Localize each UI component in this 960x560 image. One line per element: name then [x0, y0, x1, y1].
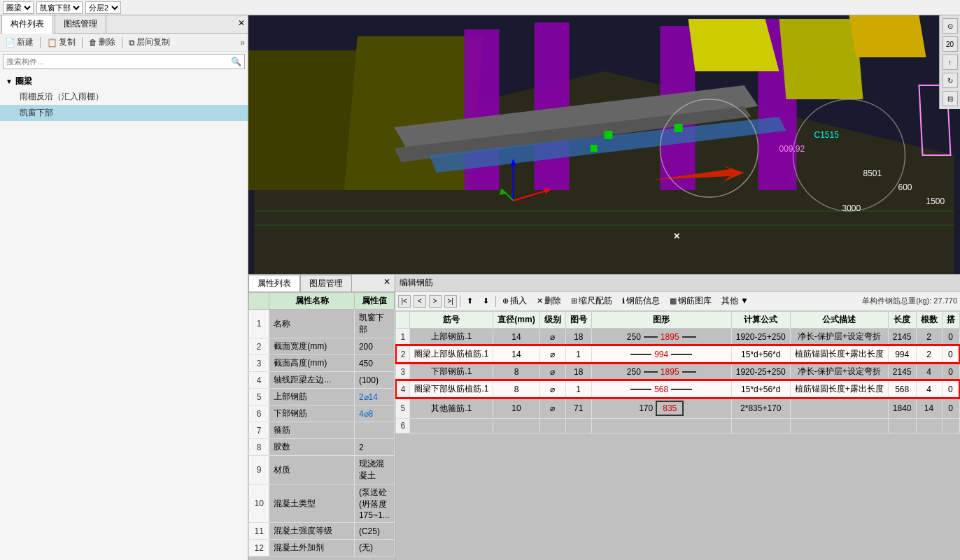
delete-icon: 🗑: [89, 38, 97, 48]
new-button[interactable]: 📄 新建: [3, 36, 36, 49]
tree-item-rain-canopy[interactable]: 雨棚反沿（汇入雨棚）: [0, 89, 248, 105]
svg-text:C1515: C1515: [814, 130, 840, 140]
nav-next-button[interactable]: >: [429, 295, 442, 308]
library-button[interactable]: ▦ 钢筋图库: [666, 293, 715, 309]
rebar-row-bar-no: 圈梁下部纵筋植筋.1: [410, 380, 493, 398]
scale-button[interactable]: ⊞ 缩尺配筋: [567, 293, 616, 309]
type-dropdown[interactable]: 圈梁: [3, 1, 34, 14]
props-row-value[interactable]: (100): [354, 372, 394, 389]
other-button[interactable]: 其他 ▼: [718, 293, 752, 309]
rebar-row-num: 5: [396, 398, 410, 419]
rebar-row-formula: 2*835+170: [731, 398, 790, 419]
svg-marker-9: [779, 19, 863, 99]
props-row: 8 胶数 2: [249, 439, 395, 456]
delete-button[interactable]: 🗑 删除: [87, 36, 118, 49]
props-row-value[interactable]: (C25): [354, 523, 394, 540]
viewport-tool-1[interactable]: ⊙: [943, 18, 958, 34]
left-panel: 构件列表 图纸管理 ✕ 📄 新建 📋 复制 🗑 删除 ⧉ 层间复制: [0, 15, 248, 560]
props-row-value[interactable]: 450: [354, 355, 394, 372]
info-button[interactable]: ℹ 钢筋信息: [619, 293, 663, 309]
svg-rect-5: [535, 22, 570, 190]
rebar-row-formula: 1920-25+250: [731, 329, 790, 346]
element-dropdown[interactable]: 凯窗下部: [36, 1, 83, 14]
download-button[interactable]: ⬇: [479, 294, 493, 308]
rebar-row-grade: ⌀: [539, 363, 565, 380]
rebar-row-bar-no: [410, 419, 493, 433]
upload-button[interactable]: ⬆: [463, 294, 477, 308]
props-row-value[interactable]: 200: [354, 338, 394, 355]
props-row-value[interactable]: [354, 422, 394, 439]
main-layout: 构件列表 图纸管理 ✕ 📄 新建 📋 复制 🗑 删除 ⧉ 层间复制: [0, 15, 960, 560]
props-row-num: 10: [249, 484, 269, 523]
search-input[interactable]: [3, 57, 228, 66]
props-close-icon[interactable]: ✕: [379, 275, 395, 292]
viewport-tool-3[interactable]: ↑: [943, 55, 958, 70]
props-row: 7 箍筋: [249, 422, 395, 439]
rebar-row-shape: 568: [591, 380, 731, 398]
rebar-row-count: 4: [916, 380, 942, 398]
rebar-row-length: 2145: [888, 329, 916, 346]
rebar-row-desc: 植筋锚固长度+露出长度: [790, 380, 888, 398]
rebar-row-shape: 2501895: [591, 329, 731, 346]
rebar-row-formula: 15*d+56*d: [731, 345, 790, 363]
viewport-tool-5[interactable]: ⊟: [943, 91, 958, 106]
props-row: 9 材质 现浇混凝土: [249, 456, 395, 484]
props-row-name: 下部钢筋: [269, 405, 355, 422]
left-panel-toolbar: 📄 新建 📋 复制 🗑 删除 ⧉ 层间复制 »: [0, 34, 248, 52]
viewport-tool-4[interactable]: ↻: [943, 73, 958, 88]
more-icon[interactable]: »: [240, 38, 245, 48]
tree-group-header[interactable]: ▼ 圈梁: [0, 74, 248, 89]
rebar-row-diameter: 10: [493, 398, 539, 419]
props-table: 属性名称 属性值 1 名称 凯窗下部 2 截面宽度(mm) 200 3 截面高度…: [248, 292, 395, 557]
props-row-value[interactable]: 2⌀14: [354, 389, 394, 405]
rebar-row-desc: [790, 398, 888, 419]
props-row-value[interactable]: (泵送砼(坍落度175~1...: [354, 484, 394, 523]
tab-drawing-management[interactable]: 图纸管理: [55, 15, 106, 33]
rebar-row-count: [916, 419, 942, 433]
nav-first-button[interactable]: |<: [398, 295, 411, 308]
props-row-value[interactable]: (无): [354, 540, 394, 557]
rebar-row-shape: 170835: [591, 398, 731, 419]
delete-rebar-button[interactable]: ✕ 删除: [533, 293, 565, 309]
col-shape: 图形: [591, 312, 731, 329]
rebar-row-grade: ⌀: [539, 398, 565, 419]
lower-section: 属性列表 图层管理 ✕ 属性名称 属性值: [248, 274, 960, 560]
rebar-row-length: 568: [888, 380, 916, 398]
props-row-value[interactable]: 凯窗下部: [354, 310, 394, 338]
rebar-row-grade: ⌀: [539, 345, 565, 363]
layer-dropdown[interactable]: 分层2: [85, 1, 121, 14]
props-row-value[interactable]: 现浇混凝土: [354, 456, 394, 484]
rebar-row-overlap: 0: [942, 398, 959, 419]
left-panel-close-icon[interactable]: ✕: [238, 18, 245, 28]
weight-display: 单构件钢筋总重(kg): 27.770: [862, 296, 957, 306]
tab-properties[interactable]: 属性列表: [248, 275, 300, 292]
props-row-value[interactable]: 2: [354, 439, 394, 456]
nav-prev-button[interactable]: <: [414, 295, 426, 308]
props-row-num: 12: [249, 540, 269, 557]
floor-copy-icon: ⧉: [129, 38, 135, 48]
rebar-editor-header: 编辑钢筋: [395, 275, 960, 292]
nav-last-button[interactable]: >|: [444, 295, 457, 308]
toolbar-sep1: [460, 296, 460, 307]
rebar-row-desc: [790, 419, 888, 433]
copy-icon: 📋: [47, 38, 57, 48]
rebar-row-num: 3: [396, 363, 410, 380]
floor-copy-button[interactable]: ⧉ 层间复制: [127, 36, 172, 49]
tab-layers[interactable]: 图层管理: [300, 275, 352, 292]
rebar-row-bar-no: 圈梁上部纵筋植筋.1: [410, 345, 493, 363]
col-desc: 公式描述: [790, 312, 888, 329]
tab-component-list[interactable]: 构件列表: [1, 15, 53, 34]
props-row-name: 混凝土外加剂: [269, 540, 355, 557]
copy-button[interactable]: 📋 复制: [45, 36, 78, 49]
props-row: 5 上部钢筋 2⌀14: [249, 389, 395, 405]
props-row-value[interactable]: 4⌀8: [354, 405, 394, 422]
viewport-tool-2[interactable]: 20: [943, 36, 958, 52]
new-icon: 📄: [5, 38, 15, 48]
props-row-name: 截面宽度(mm): [269, 338, 355, 355]
rebar-row-length: 994: [888, 345, 916, 363]
tree-item-selected[interactable]: 凯窗下部: [0, 105, 248, 121]
props-row: 12 混凝土外加剂 (无): [249, 540, 395, 557]
insert-button[interactable]: ⊕ 插入: [499, 293, 530, 309]
col-fig-no: 图号: [565, 312, 591, 329]
svg-marker-35: [849, 15, 926, 57]
